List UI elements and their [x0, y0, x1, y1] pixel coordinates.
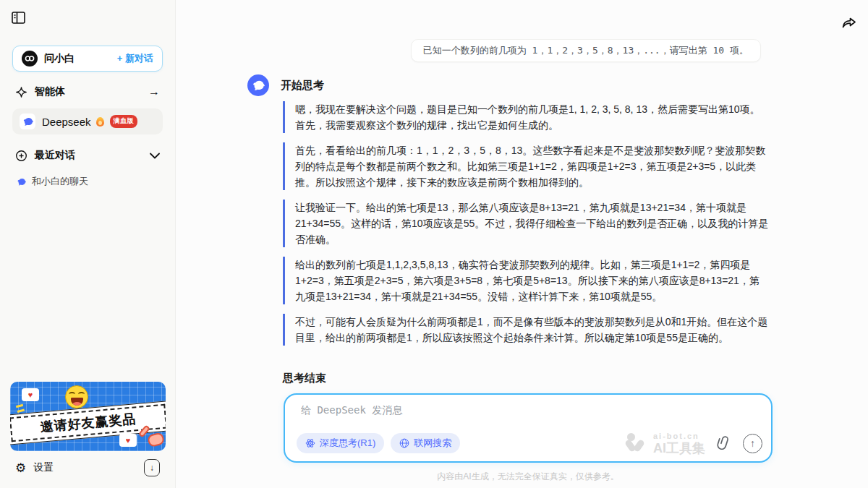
watermark-domain: ai-bot.cn: [653, 432, 705, 440]
share-icon[interactable]: [841, 14, 858, 32]
new-chat-button[interactable]: + 新对话: [117, 52, 153, 65]
watermark-name: AI工具集: [653, 442, 705, 455]
thinking-end-label: 思考结束: [283, 372, 326, 385]
sparkle-icon: [15, 86, 27, 98]
composer-toolbar: 深度思考(R1) 联网搜索 ai-bot.cn AI工具集 ↑: [297, 433, 762, 453]
web-search-toggle[interactable]: 联网搜索: [391, 433, 460, 453]
attachment-icon[interactable]: [715, 435, 733, 452]
chevron-down-icon[interactable]: [150, 153, 160, 159]
message-composer: 深度思考(R1) 联网搜索 ai-bot.cn AI工具集 ↑: [284, 393, 773, 463]
arrow-right-icon: →: [148, 85, 160, 98]
message-input[interactable]: [301, 404, 749, 429]
deep-think-label: 深度思考(R1): [320, 437, 375, 450]
plus-circle-icon: [15, 150, 27, 162]
brand-card[interactable]: 问小白 + 新对话: [12, 46, 163, 72]
download-app-button[interactable]: ↓: [144, 459, 160, 476]
ai-disclaimer: 内容由AI生成，无法完全保证真实，仅供参考。: [284, 471, 773, 483]
deepseek-whale-icon: [20, 114, 35, 129]
sidebar: 问小白 + 新对话 智能体 → Deepseek 满血版 最近对话 和小白的聊天…: [0, 0, 176, 488]
thinking-header: 开始思考: [247, 74, 324, 96]
sidebar-item-recent-chats[interactable]: 最近对话: [12, 146, 163, 165]
thinking-paragraph: 首先，看看给出的前几项：1，1，2，3，5，8，13。这些数字看起来是不是斐波那…: [283, 142, 769, 190]
wenxiaobai-logo-icon: [22, 51, 38, 67]
sidebar-toggle-icon[interactable]: [12, 12, 26, 25]
deep-think-toggle[interactable]: 深度思考(R1): [297, 433, 384, 453]
settings-label[interactable]: 设置: [33, 461, 144, 474]
sidebar-item-deepseek[interactable]: Deepseek 满血版: [12, 108, 163, 134]
thinking-paragraph: 给出的数列前七项是1,1,2,3,5,8,13，确实符合斐波那契数列的规律。比如…: [283, 257, 769, 304]
recent-chat-item[interactable]: 和小白的聊天: [12, 172, 163, 191]
gear-icon[interactable]: ⚙: [15, 461, 26, 476]
promo-text: 邀请好友赢奖品: [40, 410, 137, 436]
brand-name: 问小白: [44, 52, 117, 65]
user-message: 已知一个数列的前几项为 1，1，2，3，5，8，13，...，请写出第 10 项…: [411, 39, 761, 62]
whale-icon: [17, 178, 26, 186]
thinking-paragraph: 不过，可能有人会质疑为什么前两项都是1，而不是像有些版本的斐波那契数列是从0和1…: [283, 314, 769, 346]
atom-icon: [305, 438, 315, 448]
fire-icon: [96, 117, 104, 127]
send-button[interactable]: ↑: [743, 434, 762, 453]
thinking-paragraph: 让我验证一下。给出的第七项是13，那么第八项应该是8+13=21，第九项就是13…: [283, 200, 769, 247]
recent-chats-label: 最近对话: [35, 149, 150, 162]
thinking-content: 嗯，我现在要解决这个问题，题目是已知一个数列的前几项是1, 1, 2, 3, 5…: [283, 101, 769, 355]
thinking-paragraph: 嗯，我现在要解决这个问题，题目是已知一个数列的前几项是1, 1, 2, 3, 5…: [283, 101, 769, 133]
chat-main: 已知一个数列的前几项为 1，1，2，3，5，8，13，...，请写出第 10 项…: [176, 0, 868, 488]
aibot-logo-icon: [626, 433, 647, 453]
deepseek-avatar-icon: [247, 74, 269, 96]
sidebar-item-agents[interactable]: 智能体 →: [12, 82, 163, 101]
watermark: ai-bot.cn AI工具集: [626, 432, 705, 455]
deepseek-label: Deepseek: [42, 116, 91, 128]
web-search-label: 联网搜索: [414, 437, 451, 450]
globe-icon: [399, 438, 409, 448]
sparkle-dashes: [16, 404, 23, 408]
heart-bubble-icon: ♥: [119, 434, 137, 447]
recent-chat-label: 和小白的聊天: [32, 175, 88, 188]
laughing-emoji-icon: [65, 385, 88, 408]
settings-row: ⚙ 设置 ↓: [12, 458, 163, 478]
thinking-start-label: 开始思考: [281, 79, 324, 93]
invite-promo-banner[interactable]: ♥ 邀请好友赢奖品 ♥: [10, 382, 166, 451]
agents-label: 智能体: [35, 85, 148, 98]
heart-bubble-icon: ♥: [22, 388, 39, 401]
deepseek-badge: 满血版: [110, 115, 138, 128]
